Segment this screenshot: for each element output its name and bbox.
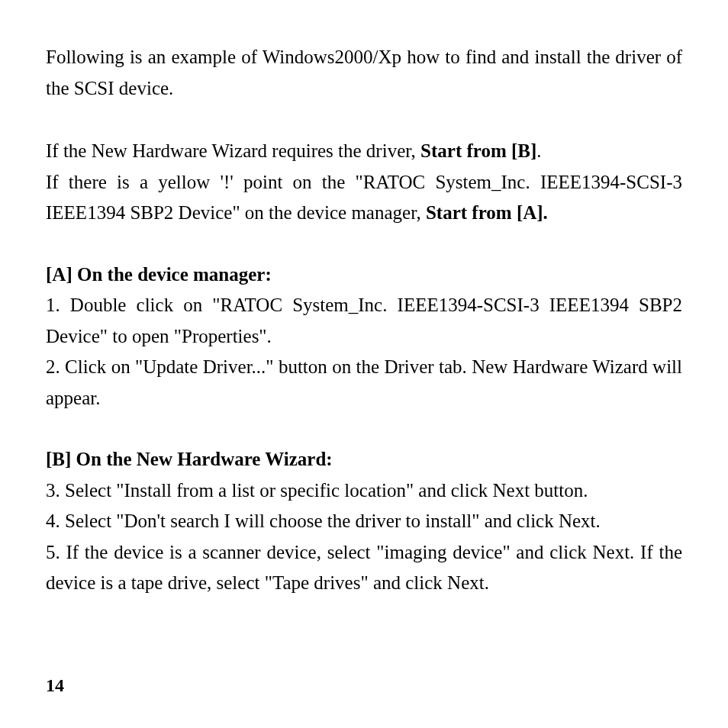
condition-b-post: . <box>536 140 541 161</box>
section-a-title: [A] On the device manager: <box>46 259 682 291</box>
spacer <box>46 229 682 259</box>
step-b3: 3. Select "Install from a list or specif… <box>46 475 682 507</box>
step-a1: 1. Double click on "RATOC System_Inc. IE… <box>46 290 682 352</box>
step-b4: 4. Select "Don't search I will choose th… <box>46 506 682 537</box>
spacer <box>46 104 682 136</box>
document-page: Following is an example of Windows2000/X… <box>0 0 728 728</box>
condition-b-line: If the New Hardware Wizard requires the … <box>46 136 682 167</box>
intro-paragraph: Following is an example of Windows2000/X… <box>46 42 682 104</box>
condition-a-bold: Start from [A]. <box>426 202 548 223</box>
condition-b-pre: If the New Hardware Wizard requires the … <box>46 140 420 161</box>
condition-b-bold: Start from [B] <box>420 140 536 161</box>
condition-a-pre: If there is a yellow '!' point on the "R… <box>46 172 682 224</box>
condition-a-line: If there is a yellow '!' point on the "R… <box>46 167 682 229</box>
step-b5: 5. If the device is a scanner device, se… <box>46 537 682 599</box>
page-number: 14 <box>46 675 64 696</box>
section-b-title: [B] On the New Hardware Wizard: <box>46 444 682 475</box>
step-a2: 2. Click on "Update Driver..." button on… <box>46 352 682 414</box>
spacer <box>46 414 682 444</box>
